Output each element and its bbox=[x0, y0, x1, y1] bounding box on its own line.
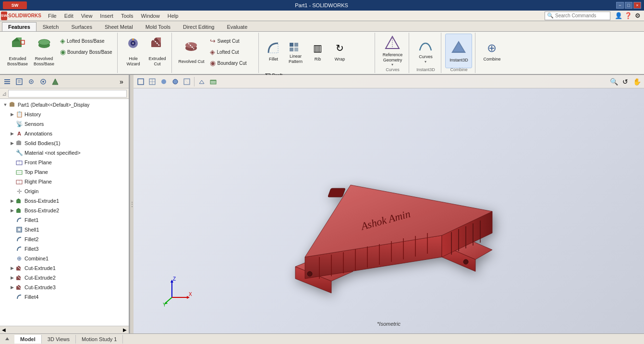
tree-item-fillet1[interactable]: Fillet1 bbox=[0, 215, 129, 225]
settings-icon[interactable]: ⚙ bbox=[633, 12, 642, 20]
tab-sketch[interactable]: Sketch bbox=[36, 22, 65, 31]
tree-item-history[interactable]: ▶ 📋 History bbox=[0, 110, 129, 119]
tab-evaluate[interactable]: Evaluate bbox=[220, 22, 254, 31]
tree-item-fillet3[interactable]: Fillet3 bbox=[0, 244, 129, 254]
hole-wizard-button[interactable]: HoleWizard bbox=[122, 34, 145, 68]
svg-rect-18 bbox=[290, 43, 293, 47]
tree-item-annotations[interactable]: ▶ A Annotations bbox=[0, 129, 129, 138]
tree-item-combine1[interactable]: ⊕ Combine1 bbox=[0, 254, 129, 263]
panel-icon-property[interactable] bbox=[14, 76, 24, 87]
view-section[interactable] bbox=[208, 76, 219, 87]
tab-features[interactable]: Features bbox=[2, 22, 36, 31]
menu-window[interactable]: Window bbox=[137, 12, 164, 20]
search-box[interactable]: 🔍 bbox=[545, 12, 610, 20]
cut-extrude1-label: Cut-Extrude1 bbox=[24, 265, 56, 271]
panel-expand-btn[interactable]: » bbox=[116, 76, 127, 87]
panel-icon-feature-manager[interactable] bbox=[2, 76, 12, 87]
view-wireframe[interactable] bbox=[147, 76, 158, 87]
tree-item-origin[interactable]: ✛ Origin bbox=[0, 186, 129, 196]
tree-item-boss-extrude1[interactable]: ▶ Boss-Extrude1 bbox=[0, 196, 129, 206]
close-btn[interactable]: × bbox=[633, 2, 641, 9]
canvas-area[interactable]: 🔍 ↺ ✋ bbox=[134, 75, 644, 333]
panel-icon-display[interactable] bbox=[38, 76, 49, 87]
tab-direct-editing[interactable]: Direct Editing bbox=[177, 22, 220, 31]
view-pan[interactable]: ✋ bbox=[632, 76, 642, 87]
tree-scroll-right[interactable]: ▶ bbox=[123, 327, 127, 332]
tab-3d-views[interactable]: 3D Views bbox=[42, 335, 76, 344]
main-area: » ⊿ ▼ Part1 (Default<<Default>_Display ▶… bbox=[0, 75, 644, 333]
extruded-boss-button[interactable]: ExtrudedBoss/Base bbox=[5, 34, 30, 68]
menu-tools[interactable]: Tools bbox=[117, 12, 137, 20]
help-icon[interactable]: ❓ bbox=[624, 12, 632, 20]
panel-icon-config[interactable] bbox=[26, 76, 36, 87]
maximize-btn[interactable]: □ bbox=[625, 2, 632, 9]
menu-help[interactable]: Help bbox=[164, 12, 182, 20]
instant3d-icon bbox=[450, 39, 467, 57]
tab-mold-tools[interactable]: Mold Tools bbox=[139, 22, 177, 31]
lofted-boss-button[interactable]: ◈ Lofted Boss/Base bbox=[58, 36, 114, 46]
panel-icon-appearance[interactable] bbox=[50, 76, 61, 87]
view-normal[interactable] bbox=[135, 76, 146, 87]
menu-view[interactable]: View bbox=[77, 12, 97, 20]
tree-item-cut-extrude3[interactable]: ▶ Cut-Extrude3 bbox=[0, 283, 129, 292]
revolved-boss-button[interactable]: RevolvedBoss/Base bbox=[31, 34, 57, 68]
reference-geometry-button[interactable]: ReferenceGeometry ▾ bbox=[379, 34, 406, 68]
tree-item-fillet2[interactable]: Fillet2 bbox=[0, 234, 129, 244]
menu-file[interactable]: File bbox=[44, 12, 61, 20]
filter-input[interactable] bbox=[8, 90, 127, 98]
tree-item-cut-extrude2[interactable]: ▶ Cut-Extrude2 bbox=[0, 273, 129, 283]
curves-button[interactable]: Curves ▾ bbox=[413, 34, 438, 68]
tree-item-fillet4[interactable]: Fillet4 bbox=[0, 292, 129, 302]
tab-surfaces[interactable]: Surfaces bbox=[65, 22, 98, 31]
view-zoom[interactable]: 🔍 bbox=[608, 76, 619, 87]
panel-resize-handle[interactable] bbox=[130, 75, 134, 333]
revolved-boss-icon bbox=[36, 35, 52, 55]
tree-item-top-plane[interactable]: Top Plane bbox=[0, 167, 129, 177]
tab-motion-study-1[interactable]: Motion Study 1 bbox=[76, 335, 123, 344]
boundary-boss-button[interactable]: ◉ Boundary Boss/Base bbox=[58, 47, 114, 57]
tree-item-boss-extrude2[interactable]: ▶ Boss-Extrude2 bbox=[0, 206, 129, 215]
combine-button[interactable]: ⊕ Combine bbox=[479, 34, 504, 68]
tree-item-solid-bodies[interactable]: ▶ Solid Bodies(1) bbox=[0, 138, 129, 148]
tab-sheet-metal[interactable]: Sheet Metal bbox=[98, 22, 139, 31]
tab-model[interactable]: Model bbox=[14, 335, 42, 344]
view-shaded-edges[interactable] bbox=[170, 76, 181, 87]
tree-item-material[interactable]: 🔧 Material <not specified> bbox=[0, 148, 129, 158]
view-perspective[interactable] bbox=[196, 76, 207, 87]
menu-edit[interactable]: Edit bbox=[61, 12, 77, 20]
minimize-btn[interactable]: − bbox=[616, 2, 624, 9]
tree-item-cut-extrude1[interactable]: ▶ Cut-Extrude1 bbox=[0, 263, 129, 273]
ribbon-tabs: Features Sketch Surfaces Sheet Metal Mol… bbox=[0, 21, 644, 32]
tree-scroll-up[interactable] bbox=[0, 336, 14, 342]
view-hidden-lines[interactable] bbox=[182, 76, 192, 87]
tree-item-front-plane[interactable]: Front Plane bbox=[0, 158, 129, 167]
tree-item-sensors[interactable]: 📡 Sensors bbox=[0, 119, 129, 129]
view-rotate[interactable]: ↺ bbox=[620, 76, 631, 87]
linear-pattern-button[interactable]: LinearPattern bbox=[285, 34, 306, 68]
tree-item-right-plane[interactable]: Right Plane bbox=[0, 177, 129, 186]
view-shaded[interactable] bbox=[158, 76, 169, 87]
rib-button[interactable]: ▥ Rib bbox=[307, 34, 328, 68]
svg-text:Z: Z bbox=[173, 276, 176, 282]
svg-rect-40 bbox=[16, 141, 21, 145]
fillet-button[interactable]: Fillet bbox=[263, 34, 284, 68]
revolved-cut-button[interactable]: Revolved Cut bbox=[176, 34, 207, 68]
svg-rect-30 bbox=[16, 79, 22, 85]
search-input[interactable] bbox=[555, 13, 608, 18]
user-icon[interactable]: 👤 bbox=[614, 12, 623, 20]
right-plane-label: Right Plane bbox=[24, 179, 52, 184]
combine-label: Combine bbox=[483, 57, 500, 62]
swept-cut-button[interactable]: ↪ Swept Cut bbox=[207, 36, 255, 46]
rib-label: Rib bbox=[315, 57, 321, 62]
tree-scroll-left[interactable]: ◀ bbox=[2, 327, 6, 332]
boss-extrude2-label: Boss-Extrude2 bbox=[24, 208, 59, 213]
instant3d-button[interactable]: Instant3D bbox=[445, 34, 472, 68]
menu-insert[interactable]: Insert bbox=[96, 12, 117, 20]
tree-item-shell1[interactable]: Shell1 bbox=[0, 225, 129, 234]
wrap-button[interactable]: ↻ Wrap bbox=[329, 34, 350, 68]
boundary-cut-button[interactable]: ◉ Boundary Cut bbox=[207, 58, 255, 68]
extruded-cut-button[interactable]: ExtrudedCut bbox=[146, 34, 169, 68]
lofted-cut-button[interactable]: ◈ Lofted Cut bbox=[207, 47, 255, 57]
window-controls[interactable]: − □ × bbox=[616, 2, 641, 9]
tree-item-part1[interactable]: ▼ Part1 (Default<<Default>_Display bbox=[0, 100, 129, 110]
